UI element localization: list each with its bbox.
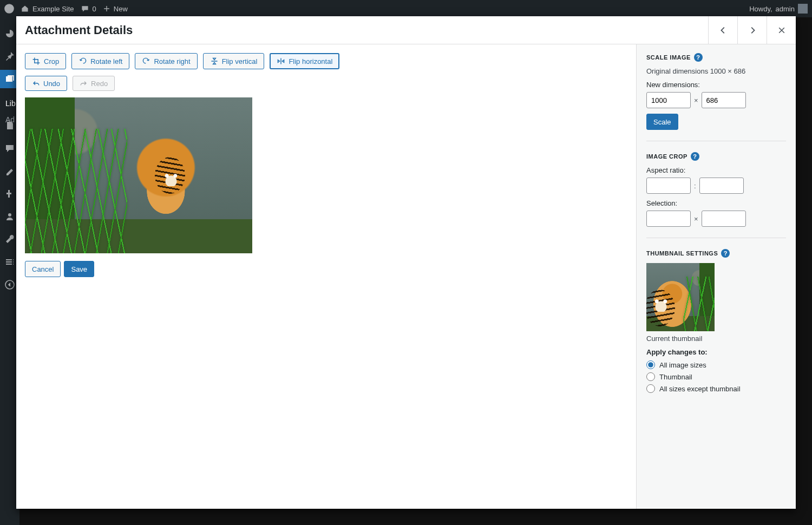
site-link[interactable]: Example Site <box>21 4 74 13</box>
cancel-button[interactable]: Cancel <box>25 261 61 277</box>
save-button[interactable]: Save <box>64 261 94 277</box>
apply-except-radio[interactable] <box>646 384 655 393</box>
appearance-icon[interactable] <box>4 166 15 176</box>
prev-button[interactable] <box>708 16 737 44</box>
tools-icon[interactable] <box>4 234 15 245</box>
close-button[interactable] <box>767 16 796 44</box>
comments-icon[interactable] <box>4 143 15 154</box>
comments-link[interactable]: 0 <box>81 4 96 13</box>
rotate-right-button[interactable]: Rotate right <box>135 53 197 69</box>
apply-except-label: All sizes except thumbnail <box>659 385 741 393</box>
dashboard-icon[interactable] <box>4 28 15 39</box>
attachment-details-modal: Attachment Details Crop Rotate left Rota… <box>16 16 796 509</box>
apply-all-radio[interactable] <box>646 360 655 369</box>
selection-height-input[interactable] <box>702 211 746 227</box>
selection-width-input[interactable] <box>646 211 691 227</box>
thumbnail-settings-heading: THUMBNAIL SETTINGS ? <box>646 249 786 258</box>
scale-image-heading: SCALE IMAGE ? <box>646 53 786 62</box>
image-preview[interactable] <box>25 97 252 253</box>
users-icon[interactable] <box>4 211 15 222</box>
wp-logo-icon[interactable] <box>4 4 14 14</box>
flip-horizontal-button[interactable]: Flip horizontal <box>270 53 339 69</box>
scale-width-input[interactable] <box>646 92 691 108</box>
new-dimensions-label: New dimensions: <box>646 81 786 89</box>
flip-vertical-button[interactable]: Flip vertical <box>203 53 265 69</box>
site-name: Example Site <box>32 5 74 13</box>
modal-header: Attachment Details <box>16 16 796 44</box>
apply-changes-label: Apply changes to: <box>646 348 786 356</box>
rotate-left-button[interactable]: Rotate left <box>71 53 129 69</box>
help-icon[interactable]: ? <box>721 249 730 258</box>
current-thumbnail-label: Current thumbnail <box>646 334 786 343</box>
plugins-icon[interactable] <box>4 188 15 199</box>
redo-button: Redo <box>73 76 115 91</box>
apply-thumbnail-radio[interactable] <box>646 372 655 381</box>
help-icon[interactable]: ? <box>694 53 703 62</box>
svg-point-0 <box>5 4 14 13</box>
new-link[interactable]: New <box>103 5 128 13</box>
editor-sidebar: SCALE IMAGE ? Original dimensions 1000 ×… <box>636 44 796 509</box>
aspect-ratio-label: Aspect ratio: <box>646 166 786 174</box>
new-label: New <box>114 5 128 13</box>
collapse-icon[interactable] <box>4 279 15 290</box>
modal-title: Attachment Details <box>16 23 141 37</box>
scale-button[interactable]: Scale <box>646 114 678 130</box>
image-editor-pane: Crop Rotate left Rotate right Flip verti… <box>16 44 636 509</box>
apply-all-label: All image sizes <box>659 361 706 369</box>
history-toolbar: Undo Redo <box>25 76 627 91</box>
comments-count: 0 <box>93 5 96 13</box>
current-thumbnail <box>646 263 715 331</box>
help-icon[interactable]: ? <box>691 152 699 161</box>
apply-thumbnail-label: Thumbnail <box>659 373 692 381</box>
aspect-height-input[interactable] <box>699 178 744 194</box>
pin-icon[interactable] <box>4 51 15 62</box>
submenu-addnew[interactable]: Ad <box>5 115 15 124</box>
editor-toolbar: Crop Rotate left Rotate right Flip verti… <box>25 53 627 69</box>
image-crop-heading: IMAGE CROP ? <box>646 152 786 161</box>
crop-button[interactable]: Crop <box>25 53 66 69</box>
selection-label: Selection: <box>646 199 786 207</box>
admin-bar: Example Site 0 New Howdy, admin <box>0 0 812 17</box>
howdy-user[interactable]: Howdy, admin <box>749 4 808 14</box>
aspect-width-input[interactable] <box>646 178 691 194</box>
original-dimensions: Original dimensions 1000 × 686 <box>646 67 786 75</box>
scale-height-input[interactable] <box>702 92 746 108</box>
next-button[interactable] <box>737 16 767 44</box>
submenu-library[interactable]: Lib <box>5 99 16 108</box>
avatar-icon <box>798 4 808 14</box>
settings-icon[interactable] <box>4 257 15 267</box>
undo-button[interactable]: Undo <box>25 76 67 91</box>
